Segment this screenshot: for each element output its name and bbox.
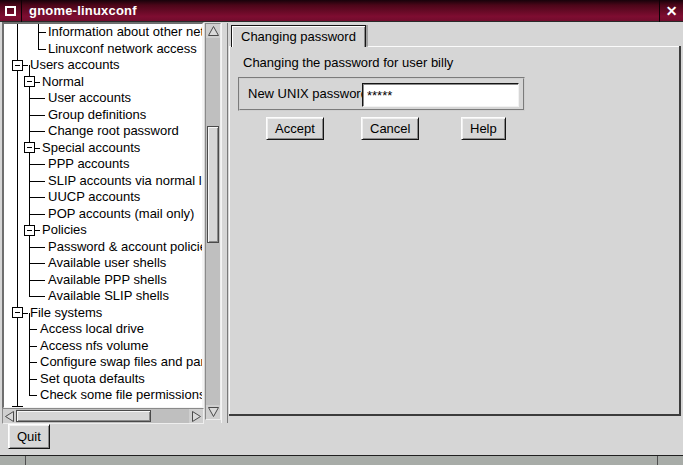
accept-button[interactable]: Accept: [266, 117, 324, 140]
tree-connector-line: [29, 395, 37, 396]
scroll-down-button[interactable]: [206, 405, 220, 419]
tree-item[interactable]: Normal: [4, 74, 202, 91]
quit-button[interactable]: Quit: [8, 424, 50, 449]
tree-item[interactable]: Access local drive: [4, 321, 202, 338]
expander-minus-icon[interactable]: [12, 406, 23, 407]
tree-item[interactable]: Information about other netw: [4, 24, 202, 41]
tree-item[interactable]: Change root password: [4, 123, 202, 140]
new-password-input[interactable]: [362, 83, 519, 107]
horizontal-scrollbar-thumb[interactable]: [16, 410, 151, 422]
tree-item-label: SLIP accounts via normal lo: [48, 173, 202, 190]
close-icon: ✕: [666, 3, 678, 19]
arrow-left-icon: [5, 411, 14, 422]
tree-item-label: UUCP accounts: [48, 189, 140, 206]
panel-heading: Changing the password for user billy: [243, 55, 453, 70]
password-frame: New UNIX password:: [238, 77, 525, 111]
window-menu-icon: [5, 6, 16, 16]
password-field-label: New UNIX password:: [248, 79, 372, 109]
tree-vertical-scrollbar[interactable]: [205, 23, 221, 420]
tree-item-label: boot mode: [30, 404, 91, 408]
tree-item[interactable]: Configure swap files and parti: [4, 354, 202, 371]
tree-item-label: Configure swap files and parti: [40, 354, 202, 371]
tree-connector-line: [29, 131, 45, 132]
tree-item-label: Normal: [42, 74, 84, 91]
window-bottom-frame: [0, 455, 683, 465]
tree-connector-line: [29, 263, 45, 264]
expander-minus-icon[interactable]: [24, 76, 35, 87]
window-title: gnome-linuxconf: [29, 0, 137, 22]
tree-item[interactable]: Check some file permissions: [4, 387, 202, 404]
tree-item-label: Check some file permissions: [40, 387, 202, 404]
arrow-right-icon: [192, 411, 201, 422]
tree-connector-line: [29, 280, 45, 281]
notebook-right-edge: [679, 46, 681, 416]
tree-item-label: Access nfs volume: [40, 338, 148, 355]
window-menu-button[interactable]: [0, 0, 22, 22]
tree-item[interactable]: PPP accounts: [4, 156, 202, 173]
tree-connector-line: [29, 296, 45, 297]
tree-item-label: Password & account policie: [48, 239, 202, 256]
tree-item[interactable]: Policies: [4, 222, 202, 239]
resize-grip-divider-left: [25, 456, 26, 465]
tree-item-label: Change root password: [48, 123, 179, 140]
minus-glyph: [27, 147, 32, 148]
tree-item-label: POP accounts (mail only): [48, 206, 194, 223]
tree-item-label: User accounts: [48, 90, 131, 107]
tree-item[interactable]: POP accounts (mail only): [4, 206, 202, 223]
tree-item-label: Access local drive: [40, 321, 144, 338]
cancel-button[interactable]: Cancel: [361, 117, 419, 140]
tree-connector-line: [29, 346, 37, 347]
expander-minus-icon[interactable]: [24, 225, 35, 236]
tree-item-label: Users accounts: [30, 57, 120, 74]
expander-minus-icon[interactable]: [12, 307, 23, 318]
scroll-left-button[interactable]: [3, 409, 16, 423]
tree-item[interactable]: Access nfs volume: [4, 338, 202, 355]
titlebar: gnome-linuxconf ✕: [0, 0, 683, 22]
tree-item-label: Available PPP shells: [48, 272, 167, 289]
notebook-left-edge: [229, 46, 230, 415]
tree-item[interactable]: Linuxconf network access: [4, 41, 202, 58]
tree-item[interactable]: Group definitions: [4, 107, 202, 124]
tree-item[interactable]: SLIP accounts via normal lo: [4, 173, 202, 190]
help-button[interactable]: Help: [461, 117, 506, 140]
tree-connector-line: [29, 379, 37, 380]
tree-item-label: Policies: [42, 222, 87, 239]
tree-item[interactable]: UUCP accounts: [4, 189, 202, 206]
tree-item[interactable]: boot mode: [4, 404, 202, 408]
arrow-down-icon: [208, 407, 219, 417]
vertical-scrollbar-thumb[interactable]: [207, 126, 219, 243]
tree-item-label: Group definitions: [48, 107, 146, 124]
tree-item-label: Linuxconf network access: [48, 41, 197, 58]
minus-glyph: [15, 65, 20, 66]
tab-changing-password[interactable]: Changing password: [231, 25, 366, 47]
tree-item[interactable]: Users accounts: [4, 57, 202, 74]
tree-item[interactable]: Available user shells: [4, 255, 202, 272]
tree-connector-line: [29, 362, 37, 363]
tree-item-label: Information about other netw: [48, 24, 202, 41]
scroll-right-button[interactable]: [189, 409, 203, 423]
close-button[interactable]: ✕: [659, 0, 683, 22]
tree-item[interactable]: Available SLIP shells: [4, 288, 202, 305]
tree-connector-line: [29, 98, 45, 99]
minus-glyph: [27, 81, 32, 82]
tree-item[interactable]: Set quota defaults: [4, 371, 202, 388]
pane-resize-handle[interactable]: [221, 23, 228, 423]
tree-item-label: Special accounts: [42, 140, 140, 157]
resize-grip-divider-right: [657, 456, 658, 465]
tree-item[interactable]: File systems: [4, 305, 202, 322]
config-tree: Information about other netwLinuxconf ne…: [4, 24, 202, 407]
notebook-bottom-edge: [229, 414, 681, 416]
tree-item[interactable]: Available PPP shells: [4, 272, 202, 289]
tree-item-label: File systems: [30, 305, 102, 322]
tree-connector-line: [29, 214, 45, 215]
tree-item[interactable]: Special accounts: [4, 140, 202, 157]
tree-item[interactable]: User accounts: [4, 90, 202, 107]
tree-horizontal-scrollbar[interactable]: [2, 408, 204, 424]
tree-connector-line: [29, 115, 45, 116]
scroll-up-button[interactable]: [206, 24, 220, 38]
app-window: gnome-linuxconf ✕ Information about othe…: [0, 0, 683, 465]
expander-minus-icon[interactable]: [12, 60, 23, 71]
expander-minus-icon[interactable]: [24, 142, 35, 153]
tree-item[interactable]: Password & account policie: [4, 239, 202, 256]
tree-connector-line: [29, 164, 45, 165]
